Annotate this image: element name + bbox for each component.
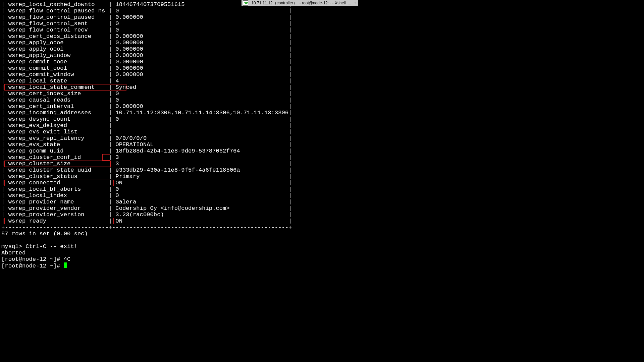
blank-line xyxy=(1,237,292,243)
table-row: | wsrep_evs_delayed | | xyxy=(1,122,292,129)
mysql-exit-line: mysql> Ctrl-C -- exit! xyxy=(1,243,292,250)
table-row: | wsrep_cluster_status | Primary | xyxy=(1,173,292,180)
table-row: | wsrep_incoming_addresses | 10.71.11.12… xyxy=(1,110,292,116)
table-row: | wsrep_flow_control_sent | 0 | xyxy=(1,20,292,27)
table-row: | wsrep_provider_vendor | Codership Oy <… xyxy=(1,205,292,212)
table-row: | wsrep_local_bf_aborts | 0 | xyxy=(1,186,292,192)
table-row: | wsrep_local_index | 0 | xyxy=(1,192,292,199)
table-row: | wsrep_cluster_state_uuid | e333db29-43… xyxy=(1,167,292,173)
table-row: | wsrep_cluster_size | 3 | xyxy=(1,161,292,167)
table-row: | wsrep_ready | ON | xyxy=(1,218,292,224)
table-row: | wsrep_provider_version | 3.23(rac090bc… xyxy=(1,212,292,218)
terminal-output[interactable]: | wsrep_local_cached_downto | 1844674407… xyxy=(1,1,292,269)
table-row: | wsrep_flow_control_paused | 0.000000 | xyxy=(1,14,292,20)
table-separator: +------------------------------+--------… xyxy=(1,224,292,231)
highlight-box xyxy=(4,161,110,167)
table-row: | wsrep_provider_name | Galera | xyxy=(1,199,292,205)
table-row: | wsrep_commit_window | 0.000000 | xyxy=(1,71,292,78)
table-row: | wsrep_local_state_comment | Synced | xyxy=(1,84,292,90)
aborted-line: Aborted xyxy=(1,250,292,256)
shell-prompt-prev: [root@node-12 ~]# ^C xyxy=(1,256,292,262)
window-titlebar[interactable]: 10.71.11.12（controller） - root@node-12:~… xyxy=(241,0,358,6)
minimize-button[interactable]: _ xyxy=(348,0,352,6)
highlight-box xyxy=(4,218,114,224)
table-row: | wsrep_causal_reads | 0 | xyxy=(1,97,292,103)
table-row: | wsrep_flow_control_paused_ns | 0 | xyxy=(1,8,292,14)
rows-summary: 57 rows in set (0.00 sec) xyxy=(1,231,292,237)
table-row: | wsrep_cert_index_size | 0 | xyxy=(1,90,292,97)
table-row: | wsrep_commit_oool | 0.000000 | xyxy=(1,65,292,71)
table-row: | wsrep_flow_control_recv | 0 | xyxy=(1,27,292,33)
cursor xyxy=(64,262,67,268)
table-row: | wsrep_gcomm_uuid | 18fb288d-42b4-11e8-… xyxy=(1,148,292,154)
highlight-box xyxy=(102,154,110,161)
highlight-box xyxy=(4,180,114,186)
table-row: | wsrep_evs_state | OPERATIONAL | xyxy=(1,141,292,148)
table-row: | wsrep_apply_window | 0.000000 | xyxy=(1,52,292,59)
app-icon xyxy=(243,0,248,6)
table-row: | wsrep_local_state | 4 | xyxy=(1,78,292,84)
table-row: | wsrep_desync_count | 0 | xyxy=(1,116,292,122)
table-row: | wsrep_evs_repl_latency | 0/0/0/0/0 | xyxy=(1,135,292,141)
table-row: | wsrep_cert_interval | 0.000000 | xyxy=(1,103,292,110)
window-title: 10.71.11.12（controller） - root@node-12:~… xyxy=(250,0,346,6)
table-row: | wsrep_apply_oool | 0.000000 | xyxy=(1,46,292,52)
table-row: | wsrep_cluster_conf_id | 3 | xyxy=(1,154,292,161)
table-row: | wsrep_commit_oooe | 0.000000 | xyxy=(1,59,292,65)
maximize-button[interactable]: ❐ xyxy=(353,0,357,6)
table-row: | wsrep_evs_evict_list | | xyxy=(1,129,292,135)
table-row: | wsrep_apply_oooe | 0.000000 | xyxy=(1,40,292,46)
highlight-box xyxy=(4,84,126,90)
table-row: | wsrep_connected | ON | xyxy=(1,180,292,186)
table-row: | wsrep_cert_deps_distance | 0.000000 | xyxy=(1,33,292,40)
shell-prompt-current: [root@node-12 ~]# xyxy=(1,262,292,269)
